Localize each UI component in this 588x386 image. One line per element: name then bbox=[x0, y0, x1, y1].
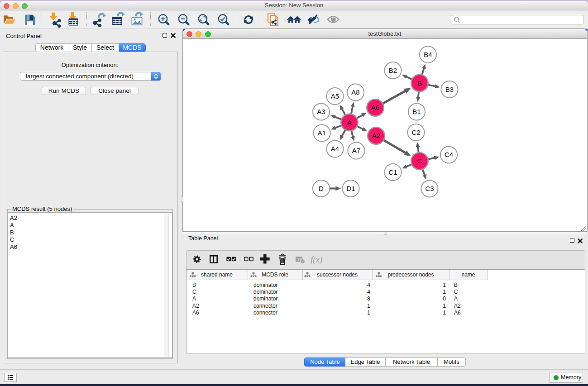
svg-text:shared name: shared name bbox=[201, 272, 233, 278]
svg-text:dominator: dominator bbox=[253, 282, 277, 288]
svg-text:B1: B1 bbox=[412, 108, 421, 115]
svg-text:C: C bbox=[454, 289, 458, 295]
svg-text:A: A bbox=[454, 295, 458, 302]
svg-text:A6: A6 bbox=[371, 104, 379, 111]
svg-text:1: 1 bbox=[443, 310, 446, 316]
svg-text:8: 8 bbox=[367, 295, 370, 302]
svg-text:connector: connector bbox=[253, 310, 277, 316]
svg-text:D: D bbox=[319, 185, 324, 192]
svg-text:1: 1 bbox=[443, 303, 446, 309]
svg-text:f(x): f(x) bbox=[311, 255, 322, 265]
svg-text:C4: C4 bbox=[445, 151, 453, 158]
svg-text:A6: A6 bbox=[454, 310, 461, 316]
svg-text:connector: connector bbox=[253, 303, 277, 309]
svg-text:B4: B4 bbox=[424, 51, 432, 58]
svg-text:C: C bbox=[417, 157, 422, 165]
svg-text:B: B bbox=[417, 79, 422, 87]
svg-text:A1: A1 bbox=[318, 129, 326, 137]
svg-text:4: 4 bbox=[367, 289, 370, 295]
svg-text:D1: D1 bbox=[346, 185, 355, 192]
svg-text:A8: A8 bbox=[351, 88, 359, 96]
svg-text:A5: A5 bbox=[331, 92, 339, 100]
svg-text:4: 4 bbox=[367, 282, 370, 288]
svg-text:A7: A7 bbox=[352, 147, 360, 154]
svg-text:A2: A2 bbox=[372, 132, 380, 139]
svg-text:B: B bbox=[192, 282, 196, 288]
svg-text:dominator: dominator bbox=[253, 295, 277, 302]
svg-text:C1: C1 bbox=[388, 168, 397, 176]
svg-text:B3: B3 bbox=[445, 86, 454, 93]
svg-text:1: 1 bbox=[367, 303, 370, 309]
svg-text:A: A bbox=[192, 295, 196, 302]
svg-text:C3: C3 bbox=[425, 185, 434, 192]
svg-text:A: A bbox=[347, 119, 352, 126]
svg-text:MCDS role: MCDS role bbox=[262, 272, 288, 278]
svg-text:A6: A6 bbox=[192, 310, 199, 316]
svg-text:1: 1 bbox=[367, 310, 370, 316]
svg-text:1: 1 bbox=[443, 289, 446, 295]
svg-text:dominator: dominator bbox=[253, 289, 277, 295]
svg-text:A2: A2 bbox=[192, 303, 199, 309]
svg-text:A4: A4 bbox=[331, 145, 339, 152]
svg-text:predecessor nodes: predecessor nodes bbox=[387, 272, 434, 278]
svg-text:C2: C2 bbox=[411, 129, 420, 136]
svg-text:A2: A2 bbox=[454, 303, 461, 309]
svg-text:successor nodes: successor nodes bbox=[317, 272, 358, 278]
svg-text:B2: B2 bbox=[389, 67, 397, 74]
svg-text:1: 1 bbox=[443, 282, 446, 288]
svg-text:C: C bbox=[192, 289, 196, 295]
svg-text:0: 0 bbox=[443, 295, 446, 302]
svg-text:name: name bbox=[461, 272, 475, 278]
svg-text:B: B bbox=[454, 282, 458, 288]
svg-text:A3: A3 bbox=[317, 108, 325, 115]
